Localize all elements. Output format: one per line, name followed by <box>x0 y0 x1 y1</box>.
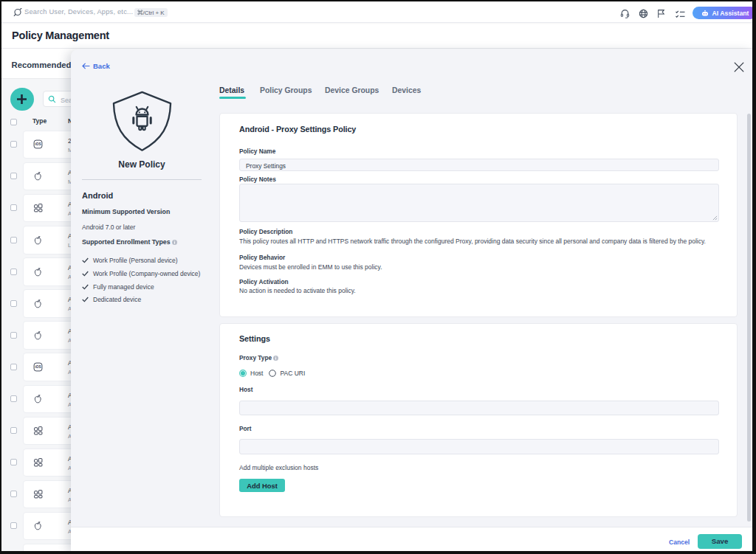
svg-text:iOS: iOS <box>35 365 41 369</box>
svg-text:iOS: iOS <box>35 143 41 147</box>
